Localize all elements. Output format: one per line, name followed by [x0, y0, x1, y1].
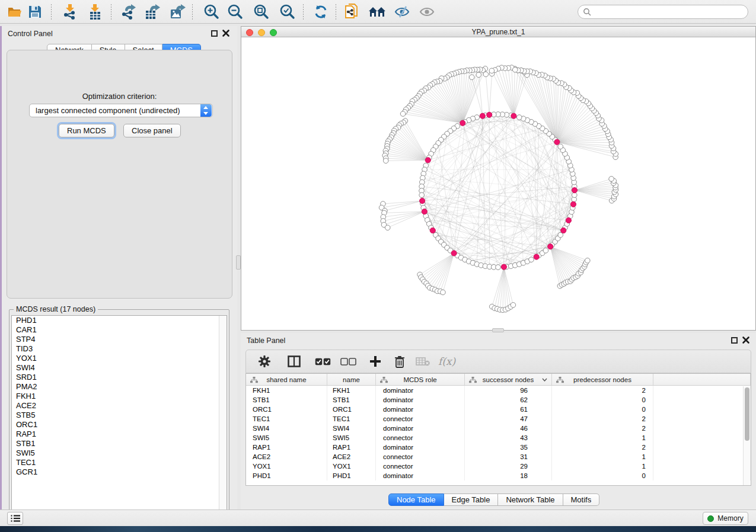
mcds-node[interactable]	[487, 112, 492, 117]
mcds-node[interactable]	[572, 187, 577, 193]
network-node[interactable]	[383, 158, 388, 164]
export-table-button[interactable]	[142, 2, 162, 21]
table-row[interactable]: SWI4SWI4dominator462	[246, 424, 751, 433]
mcds-result-item[interactable]: SRD1	[12, 373, 227, 382]
deselect-all-button[interactable]	[340, 352, 356, 370]
task-history-button[interactable]	[7, 512, 23, 525]
run-mcds-button[interactable]: Run MCDS	[59, 124, 114, 137]
zoom-fit-button[interactable]	[251, 2, 271, 21]
birdseye-view-button[interactable]	[367, 2, 387, 21]
table-row[interactable]: YOX1YOX1connector291	[246, 462, 751, 471]
mcds-result-item[interactable]: RAP1	[12, 430, 227, 439]
float-panel-button[interactable]	[211, 30, 218, 37]
network-node[interactable]	[529, 257, 534, 262]
mcds-result-item[interactable]: ORC1	[12, 420, 227, 430]
network-node[interactable]	[476, 72, 481, 78]
close-panel-button-mcds[interactable]: Close panel	[123, 124, 181, 137]
mcds-result-item[interactable]: TEC1	[12, 458, 227, 467]
mcds-result-item[interactable]: SWI4	[12, 363, 227, 373]
mcds-result-item[interactable]: FKH1	[12, 392, 227, 401]
delete-table-button[interactable]	[416, 352, 430, 370]
mcds-node[interactable]	[451, 251, 457, 256]
mcds-node[interactable]	[460, 120, 465, 126]
network-canvas[interactable]	[241, 37, 755, 330]
memory-button[interactable]: Memory	[703, 512, 748, 525]
table-row[interactable]: PHD1PHD1dominator180	[246, 471, 751, 480]
mcds-node[interactable]	[511, 113, 516, 118]
network-node[interactable]	[585, 258, 590, 264]
table-row[interactable]: FKH1FKH1dominator962	[246, 386, 751, 395]
mcds-node[interactable]	[501, 264, 506, 270]
mcds-node[interactable]	[425, 158, 430, 163]
mcds-result-item[interactable]: STB5	[12, 411, 227, 420]
mcds-result-item[interactable]: ACE2	[12, 401, 227, 411]
clone-network-button[interactable]	[342, 2, 362, 21]
vertical-splitter-handle[interactable]	[236, 255, 241, 270]
table-scrollbar[interactable]	[743, 386, 750, 486]
float-table-panel-button[interactable]	[731, 337, 738, 344]
table-row[interactable]: ORC1ORC1dominator610	[246, 405, 751, 414]
mcds-node[interactable]	[422, 209, 427, 214]
hide-graphics-details-button[interactable]	[392, 2, 412, 21]
tab-network-table[interactable]: Network Table	[498, 493, 563, 506]
mcds-result-item[interactable]: CAR1	[12, 325, 227, 335]
table-row[interactable]: RAP1RAP1dominator352	[246, 443, 751, 452]
mcds-node[interactable]	[566, 217, 571, 223]
mcds-result-item[interactable]: TID3	[12, 344, 227, 354]
search-input[interactable]	[591, 6, 748, 18]
network-node[interactable]	[483, 72, 489, 77]
mcds-list-scrollbar[interactable]	[219, 316, 227, 524]
column-header-MCDS-role[interactable]: MCDS role	[376, 374, 465, 385]
mcds-node[interactable]	[534, 254, 539, 259]
mcds-result-item[interactable]: GCR1	[12, 467, 227, 477]
zoom-in-button[interactable]	[201, 2, 221, 21]
function-builder-button[interactable]: f(x)	[438, 355, 455, 367]
column-header-predecessor-nodes[interactable]: predecessor nodes	[552, 374, 653, 385]
open-session-button[interactable]	[5, 2, 25, 21]
mcds-result-item[interactable]: STB1	[12, 439, 227, 448]
network-node[interactable]	[419, 193, 425, 198]
mcds-result-item[interactable]: SWI5	[12, 448, 227, 458]
tab-motifs[interactable]: Motifs	[563, 493, 600, 506]
network-node[interactable]	[543, 248, 548, 254]
search-field[interactable]	[578, 5, 748, 19]
network-node[interactable]	[511, 303, 516, 308]
tab-node-table[interactable]: Node Table	[388, 493, 444, 506]
table-row[interactable]: TEC1TEC1connector472	[246, 414, 751, 424]
mcds-node[interactable]	[480, 113, 485, 118]
select-all-button[interactable]	[315, 352, 331, 370]
export-image-button[interactable]	[167, 2, 187, 21]
mcds-result-item[interactable]: PHD1	[12, 316, 227, 325]
export-network-button[interactable]	[119, 2, 139, 21]
table-scrollbar-thumb[interactable]	[745, 387, 749, 441]
close-table-panel-button[interactable]	[742, 336, 750, 344]
network-node[interactable]	[558, 144, 563, 149]
column-header-name[interactable]: name	[327, 374, 376, 385]
column-header-shared-name[interactable]: shared name	[246, 374, 327, 385]
mcds-node[interactable]	[554, 139, 560, 145]
network-node[interactable]	[400, 111, 406, 117]
tab-edge-table[interactable]: Edge Table	[444, 493, 499, 506]
mcds-result-item[interactable]: STP4	[12, 335, 227, 344]
column-header-successor-nodes[interactable]: successor nodes	[465, 374, 552, 385]
mcds-result-list[interactable]: PHD1CAR1STP4TID3YOX1SWI4SRD1PMA2FKH1ACE2…	[11, 315, 227, 525]
network-node[interactable]	[609, 177, 614, 182]
horizontal-splitter-handle[interactable]	[492, 328, 504, 332]
mcds-node[interactable]	[561, 227, 566, 233]
delete-column-button[interactable]	[394, 352, 405, 370]
table-settings-button[interactable]	[258, 352, 271, 370]
mcds-node[interactable]	[570, 201, 576, 207]
network-node[interactable]	[469, 75, 474, 80]
table-row[interactable]: STB1STB1dominator620	[246, 395, 751, 405]
import-network-button[interactable]	[60, 2, 80, 21]
network-node[interactable]	[441, 290, 446, 295]
create-column-button[interactable]	[369, 352, 381, 370]
network-node[interactable]	[385, 225, 390, 230]
zoom-selected-button[interactable]	[277, 2, 297, 21]
network-node[interactable]	[516, 115, 522, 120]
network-node[interactable]	[489, 68, 495, 73]
optimization-criterion-select[interactable]: largest connected component (undirected)	[29, 104, 213, 117]
network-node[interactable]	[572, 193, 577, 198]
zoom-out-button[interactable]	[225, 2, 245, 21]
mcds-node[interactable]	[548, 244, 553, 249]
